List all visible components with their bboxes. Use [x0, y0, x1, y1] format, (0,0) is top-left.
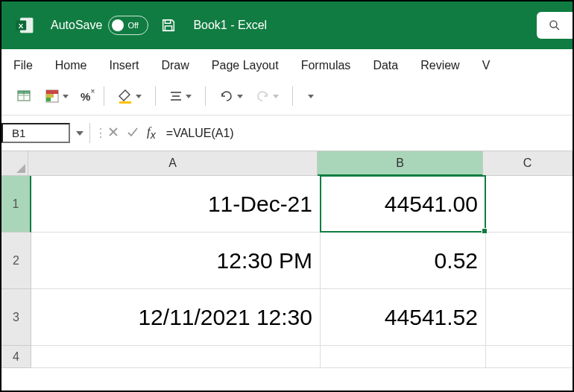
- svg-rect-12: [46, 90, 58, 94]
- search-button[interactable]: [537, 12, 573, 39]
- tab-formulas[interactable]: Formulas: [300, 56, 353, 75]
- save-icon[interactable]: [160, 17, 177, 34]
- tab-insert[interactable]: Insert: [107, 56, 140, 75]
- svg-rect-13: [46, 94, 54, 98]
- row-header-2[interactable]: 2: [1, 233, 31, 289]
- cell-a4[interactable]: [31, 346, 321, 368]
- cell-a2[interactable]: 12:30 PM: [31, 233, 321, 289]
- cell-b4[interactable]: [321, 346, 486, 368]
- cancel-formula-icon[interactable]: [104, 126, 123, 141]
- tab-page-layout[interactable]: Page Layout: [210, 56, 280, 75]
- fx-icon[interactable]: fx: [147, 124, 156, 141]
- cell-c3[interactable]: [486, 289, 573, 346]
- cell-b3[interactable]: 44541.52: [321, 289, 486, 346]
- title-bar: X AutoSave Off Book1 - Excel: [1, 1, 573, 49]
- tab-view[interactable]: V: [481, 56, 492, 75]
- col-header-b[interactable]: B: [318, 151, 483, 176]
- svg-rect-10: [18, 91, 30, 94]
- svg-line-6: [556, 27, 559, 30]
- svg-rect-15: [119, 101, 131, 104]
- cell-a1[interactable]: 11-Dec-21: [31, 176, 321, 233]
- redo-button[interactable]: [253, 89, 280, 104]
- row-header-4[interactable]: 4: [1, 346, 31, 368]
- grid: A B C 1 2 3 4 11-Dec-21 44541.00 12:30 P…: [1, 151, 573, 391]
- svg-text:X: X: [19, 22, 24, 30]
- enter-formula-icon[interactable]: [123, 126, 142, 141]
- formula-input[interactable]: [160, 125, 573, 142]
- toolbar: %: [1, 82, 573, 110]
- document-title: Book1 - Excel: [193, 19, 267, 32]
- tab-file[interactable]: File: [12, 56, 34, 75]
- ribbon-tabs: File Home Insert Draw Page Layout Formul…: [1, 49, 573, 82]
- name-box-dropdown[interactable]: [76, 131, 83, 136]
- col-header-a[interactable]: A: [28, 151, 318, 176]
- cell-c4[interactable]: [486, 346, 573, 368]
- fill-color-button[interactable]: [116, 87, 143, 105]
- svg-rect-14: [46, 98, 51, 101]
- svg-rect-4: [165, 26, 172, 31]
- cell-a3[interactable]: 12/11/2021 12:30: [31, 289, 321, 346]
- undo-button[interactable]: [218, 89, 245, 104]
- align-button[interactable]: [168, 89, 193, 104]
- cell-b2[interactable]: 0.52: [321, 233, 486, 289]
- tab-draw[interactable]: Draw: [160, 56, 190, 75]
- drag-dots-icon: ⋮: [95, 126, 99, 140]
- conditional-format-button[interactable]: [43, 87, 70, 105]
- name-box[interactable]: [1, 123, 70, 143]
- excel-icon: X: [15, 16, 34, 35]
- col-header-c[interactable]: C: [483, 151, 573, 176]
- row-header-3[interactable]: 3: [1, 289, 31, 346]
- tab-review[interactable]: Review: [419, 56, 461, 75]
- row-header-1[interactable]: 1: [1, 176, 31, 233]
- cell-b1[interactable]: 44541.00: [321, 176, 486, 233]
- tab-data[interactable]: Data: [371, 56, 400, 75]
- cell-c1[interactable]: [486, 176, 573, 233]
- svg-point-5: [550, 21, 557, 28]
- cell-c2[interactable]: [486, 233, 573, 289]
- autosave-label: AutoSave: [51, 19, 102, 32]
- svg-rect-3: [165, 20, 171, 24]
- create-table-button[interactable]: [15, 87, 34, 105]
- select-all-corner[interactable]: [1, 151, 28, 176]
- formula-bar-row: ⋮ fx: [1, 115, 573, 151]
- tab-home[interactable]: Home: [54, 56, 89, 75]
- percent-format-button[interactable]: %: [79, 89, 92, 104]
- autosave-toggle[interactable]: Off: [108, 16, 148, 35]
- toolbar-overflow[interactable]: [305, 93, 317, 100]
